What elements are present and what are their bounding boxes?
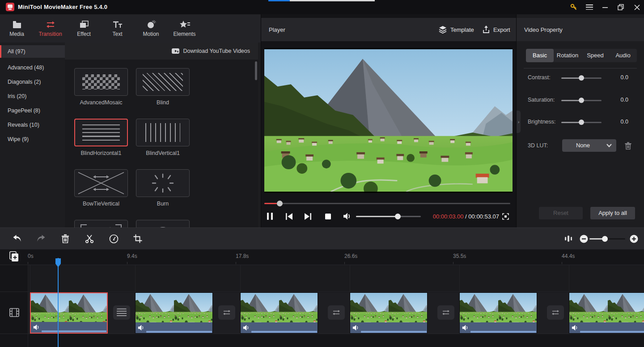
export-icon bbox=[483, 26, 490, 34]
next-frame-button[interactable] bbox=[302, 210, 314, 222]
grid-scrollbar[interactable] bbox=[255, 60, 257, 227]
category-pagepeel[interactable]: PagePeel (8) bbox=[0, 104, 65, 117]
timecode: 00:00:03.00 / 00:00:53.07 bbox=[433, 213, 499, 220]
redo-button[interactable] bbox=[36, 233, 47, 244]
tab-speed[interactable]: Speed bbox=[581, 49, 609, 62]
category-iris[interactable]: Iris (20) bbox=[0, 90, 65, 103]
zoom-in-button[interactable] bbox=[628, 233, 639, 244]
tab-audio[interactable]: Audio bbox=[609, 49, 637, 62]
seek-track[interactable] bbox=[264, 203, 510, 204]
clip-thumbnails bbox=[136, 293, 212, 323]
media-folder-icon bbox=[12, 20, 22, 29]
transition-partial-1[interactable] bbox=[73, 220, 129, 227]
transition-thumb bbox=[74, 220, 128, 227]
transition-burn[interactable]: Burn bbox=[135, 169, 191, 207]
timeline-transition-3[interactable] bbox=[328, 305, 345, 320]
pause-button[interactable] bbox=[264, 210, 276, 222]
template-button[interactable]: Template bbox=[439, 18, 474, 41]
grid-scrollbar-thumb[interactable] bbox=[255, 61, 257, 80]
delete-button[interactable] bbox=[60, 233, 71, 244]
timeline-zoom-handle[interactable] bbox=[602, 236, 608, 242]
timeline-clip-3[interactable] bbox=[240, 292, 318, 334]
category-wipe[interactable]: Wipe (9) bbox=[0, 133, 65, 146]
saturation-slider[interactable] bbox=[561, 95, 602, 106]
timeline-transition-4[interactable] bbox=[437, 305, 454, 320]
category-diagonals[interactable]: Diagonals (2) bbox=[0, 76, 65, 88]
tab-rotation[interactable]: Rotation bbox=[554, 49, 581, 62]
download-youtube-link[interactable]: Download YouTube Videos bbox=[172, 43, 250, 60]
saturation-handle[interactable] bbox=[579, 98, 584, 103]
split-scissors-button[interactable] bbox=[84, 233, 95, 244]
timeline-transition-1[interactable] bbox=[113, 305, 130, 320]
overlay-track[interactable] bbox=[28, 265, 644, 291]
nav-media[interactable]: Media bbox=[0, 14, 34, 43]
text-icon bbox=[112, 20, 123, 29]
tab-basic[interactable]: Basic bbox=[526, 49, 554, 62]
effect-layers-icon bbox=[79, 20, 89, 29]
contrast-handle[interactable] bbox=[579, 75, 584, 81]
clip-waveform bbox=[251, 331, 317, 333]
nav-text[interactable]: Text bbox=[101, 14, 134, 43]
timeline-zoom-slider[interactable] bbox=[589, 233, 625, 244]
nav-motion[interactable]: Motion bbox=[134, 14, 168, 43]
previous-frame-button[interactable] bbox=[283, 210, 295, 222]
restore-button[interactable] bbox=[614, 0, 628, 14]
brightness-label: Brightness: bbox=[528, 119, 556, 125]
total-time: 00:00:53.07 bbox=[468, 213, 499, 220]
clip-waveform bbox=[146, 331, 212, 333]
transition-bowtievertical[interactable]: BowTieVertical bbox=[73, 169, 129, 207]
volume-icon[interactable] bbox=[341, 210, 353, 222]
current-time: 00:00:03.00 bbox=[433, 213, 464, 220]
playhead-marker[interactable] bbox=[55, 258, 61, 268]
motion-icon bbox=[146, 20, 156, 29]
fullscreen-button[interactable] bbox=[500, 210, 511, 222]
crop-button[interactable] bbox=[132, 233, 143, 244]
nav-effect[interactable]: Effect bbox=[67, 14, 101, 43]
timeline-clip-4[interactable] bbox=[350, 292, 428, 334]
timeline-transition-5[interactable] bbox=[547, 305, 564, 320]
ruler-label-5: 44.4s bbox=[562, 253, 575, 259]
volume-slider[interactable] bbox=[356, 210, 421, 222]
video-track[interactable] bbox=[28, 292, 644, 334]
timeline-clip-2[interactable] bbox=[135, 292, 213, 334]
timeline-clip-5[interactable] bbox=[459, 292, 537, 334]
seek-handle[interactable] bbox=[277, 201, 283, 206]
brightness-slider[interactable] bbox=[561, 117, 602, 128]
timeline-clip-1[interactable] bbox=[30, 292, 108, 334]
transition-thumb bbox=[136, 119, 190, 146]
nav-transition[interactable]: Transition bbox=[34, 14, 67, 43]
transition-partial-2[interactable] bbox=[135, 220, 191, 227]
add-track-button[interactable] bbox=[9, 251, 19, 262]
export-button[interactable]: Export bbox=[483, 18, 510, 41]
speed-button[interactable] bbox=[108, 233, 119, 244]
nav-elements[interactable]: Elements bbox=[168, 14, 201, 43]
timeline-clip-6[interactable] bbox=[569, 292, 644, 334]
undo-button[interactable] bbox=[12, 233, 22, 244]
brightness-handle[interactable] bbox=[579, 120, 584, 125]
playhead-line[interactable] bbox=[58, 258, 59, 347]
transition-blindhorizontal1[interactable]: BlindHorizontal1 bbox=[73, 119, 129, 156]
timeline-transition-2[interactable] bbox=[218, 305, 235, 320]
close-button[interactable] bbox=[630, 0, 644, 14]
transition-blindvertical1[interactable]: BlindVertical1 bbox=[135, 119, 191, 156]
stop-button[interactable] bbox=[322, 210, 334, 222]
license-key-icon[interactable] bbox=[567, 0, 581, 14]
contrast-slider[interactable] bbox=[561, 73, 602, 83]
lut-trash-icon[interactable] bbox=[625, 142, 631, 150]
swap-arrows-icon bbox=[550, 307, 561, 318]
reset-button[interactable]: Reset bbox=[539, 207, 583, 219]
video-preview[interactable] bbox=[264, 48, 513, 193]
category-all[interactable]: All (97) bbox=[0, 45, 65, 58]
category-reveals[interactable]: Reveals (10) bbox=[0, 119, 65, 131]
lut-dropdown[interactable]: None bbox=[562, 139, 616, 152]
menu-hamburger-icon[interactable] bbox=[582, 0, 597, 14]
track-height-icon[interactable] bbox=[563, 233, 574, 244]
volume-handle[interactable] bbox=[395, 214, 401, 219]
category-advanced[interactable]: Advanced (48) bbox=[0, 61, 65, 74]
minimize-button[interactable] bbox=[598, 0, 612, 14]
zoom-out-button[interactable] bbox=[578, 233, 589, 244]
transition-advancedmosaic[interactable]: AdvancedMosaic bbox=[73, 68, 129, 106]
apply-to-all-button[interactable]: Apply to all bbox=[590, 207, 635, 219]
seek-bar[interactable] bbox=[264, 200, 510, 206]
transition-blind[interactable]: Blind bbox=[135, 68, 191, 106]
